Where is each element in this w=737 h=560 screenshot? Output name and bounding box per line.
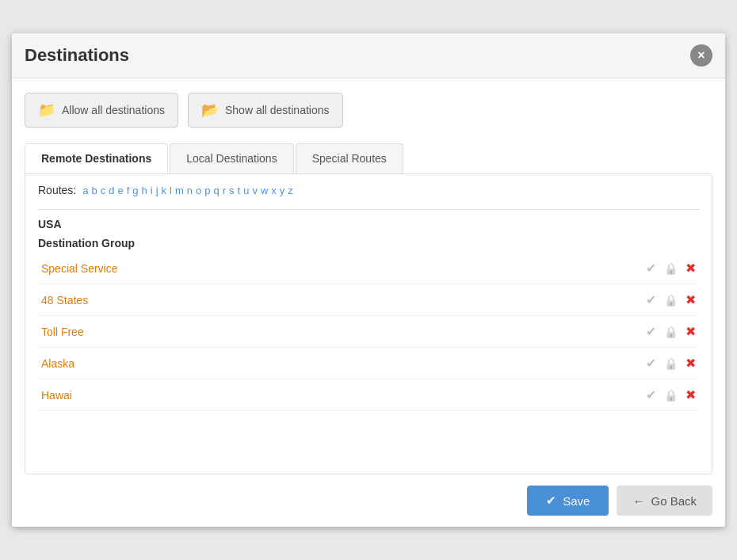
destination-row: Special Service✔🔒✖ [38, 253, 699, 284]
alpha-link-d[interactable]: d [109, 185, 114, 196]
lock-icon[interactable]: 🔒 [664, 389, 678, 402]
alpha-link-y[interactable]: y [280, 185, 285, 196]
alpha-link-n[interactable]: n [187, 185, 193, 196]
destination-name: Toll Free [41, 326, 84, 338]
tab-remote[interactable]: Remote Destinations [25, 143, 168, 173]
destination-row: Alaska✔🔒✖ [38, 348, 699, 379]
delete-icon[interactable]: ✖ [685, 292, 696, 307]
divider [38, 209, 699, 210]
destination-row: 48 States✔🔒✖ [38, 284, 699, 316]
row-actions: ✔🔒✖ [646, 292, 696, 307]
show-all-label: Show all destinations [225, 104, 330, 116]
folder-open-icon: 📂 [201, 101, 219, 119]
check-icon[interactable]: ✔ [646, 292, 656, 307]
alpha-link-j[interactable]: j [156, 185, 158, 196]
delete-icon[interactable]: ✖ [685, 356, 696, 371]
region-title: USA [38, 218, 699, 230]
save-button[interactable]: ✔ Save [527, 486, 609, 516]
alpha-link-q[interactable]: q [214, 185, 220, 196]
alpha-link-s[interactable]: s [229, 185, 235, 196]
alpha-link-h[interactable]: h [142, 185, 147, 196]
destination-row: Toll Free✔🔒✖ [38, 316, 699, 348]
row-actions: ✔🔒✖ [646, 261, 696, 276]
alpha-link-g[interactable]: g [132, 185, 138, 196]
alpha-link-k[interactable]: k [162, 185, 167, 196]
alpha-link-p[interactable]: p [204, 185, 210, 196]
modal-header: Destinations × [12, 33, 725, 78]
check-icon[interactable]: ✔ [646, 261, 656, 276]
alphabet-links: abcdefghijklmnopqrstuvwxyz [82, 185, 293, 196]
destination-name: Alaska [41, 357, 74, 370]
modal-body: 📁 Allow all destinations 📂 Show all dest… [12, 78, 725, 474]
alpha-link-z[interactable]: z [288, 185, 293, 196]
lock-icon[interactable]: 🔒 [664, 262, 678, 275]
delete-icon[interactable]: ✖ [685, 324, 696, 339]
alpha-link-u[interactable]: u [243, 185, 249, 196]
tab-content: Routes: abcdefghijklmnopqrstuvwxyz USA D… [25, 173, 712, 474]
destinations-list: Special Service✔🔒✖48 States✔🔒✖Toll Free✔… [38, 253, 699, 411]
allow-all-button[interactable]: 📁 Allow all destinations [25, 93, 178, 128]
lock-icon[interactable]: 🔒 [664, 357, 678, 370]
check-icon[interactable]: ✔ [646, 356, 656, 371]
modal: Destinations × 📁 Allow all destinations … [12, 33, 725, 527]
row-actions: ✔🔒✖ [646, 387, 696, 402]
alpha-link-b[interactable]: b [91, 185, 97, 196]
save-checkmark-icon: ✔ [546, 493, 556, 508]
modal-footer: ✔ Save ← Go Back [12, 474, 725, 527]
close-button[interactable]: × [690, 44, 712, 67]
lock-icon[interactable]: 🔒 [664, 294, 678, 307]
alpha-link-r[interactable]: r [223, 185, 226, 196]
tab-special[interactable]: Special Routes [296, 143, 403, 173]
row-actions: ✔🔒✖ [646, 324, 696, 339]
alpha-link-i[interactable]: i [151, 185, 153, 196]
save-label: Save [563, 494, 590, 508]
show-all-button[interactable]: 📂 Show all destinations [188, 93, 343, 128]
delete-icon[interactable]: ✖ [685, 387, 696, 402]
check-icon[interactable]: ✔ [646, 387, 656, 402]
goback-label: Go Back [651, 494, 697, 508]
routes-row: Routes: abcdefghijklmnopqrstuvwxyz [38, 184, 699, 201]
top-buttons: 📁 Allow all destinations 📂 Show all dest… [25, 93, 712, 128]
folder-icon: 📁 [38, 101, 55, 119]
alpha-link-w[interactable]: w [261, 185, 268, 196]
alpha-link-m[interactable]: m [175, 185, 184, 196]
alpha-link-v[interactable]: v [252, 185, 258, 196]
row-actions: ✔🔒✖ [646, 356, 696, 371]
lock-icon[interactable]: 🔒 [664, 326, 678, 338]
routes-label: Routes: [38, 184, 76, 196]
modal-title: Destinations [25, 45, 129, 66]
alpha-link-l[interactable]: l [170, 185, 172, 196]
destination-name: Hawai [41, 389, 72, 402]
alpha-link-t[interactable]: t [238, 185, 241, 196]
goback-button[interactable]: ← Go Back [617, 486, 712, 516]
alpha-link-a[interactable]: a [82, 185, 88, 196]
check-icon[interactable]: ✔ [646, 324, 656, 339]
destination-row: Hawai✔🔒✖ [38, 379, 699, 411]
alpha-link-x[interactable]: x [271, 185, 277, 196]
group-label: Destination Group [38, 237, 699, 250]
delete-icon[interactable]: ✖ [685, 261, 696, 276]
allow-all-label: Allow all destinations [62, 104, 165, 116]
alpha-link-o[interactable]: o [196, 185, 201, 196]
tab-local[interactable]: Local Destinations [170, 143, 293, 173]
goback-arrow-icon: ← [632, 494, 644, 508]
alpha-link-f[interactable]: f [127, 185, 130, 196]
destination-name: Special Service [41, 262, 118, 275]
alpha-link-e[interactable]: e [117, 185, 123, 196]
alpha-link-c[interactable]: c [101, 185, 106, 196]
tabs: Remote Destinations Local Destinations S… [25, 143, 712, 173]
destination-name: 48 States [41, 294, 88, 307]
